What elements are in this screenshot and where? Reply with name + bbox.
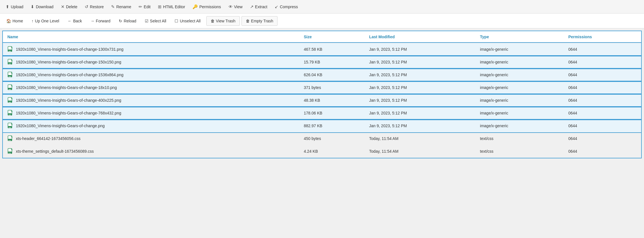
unselect-all-button[interactable]: ☐ Unselect All <box>171 16 204 26</box>
file-modified-cell: Today, 11:54 AM <box>365 132 475 145</box>
file-name: 1920x1080_Vimens-Insights-Gears-of-chang… <box>16 85 117 90</box>
file-name-cell[interactable]: IMG 1920x1080_Vimens-Insights-Gears-of-c… <box>3 69 299 81</box>
table-row[interactable]: IMG 1920x1080_Vimens-Insights-Gears-of-c… <box>3 69 641 81</box>
css-file-icon: CSS <box>7 135 14 142</box>
reload-icon: ↻ <box>119 19 122 23</box>
view-button[interactable]: 👁 View <box>225 3 246 11</box>
rename-icon: ✎ <box>111 4 115 9</box>
back-icon: ← <box>68 19 72 23</box>
up-one-level-button[interactable]: ↑ Up One Level <box>27 16 63 26</box>
compress-button[interactable]: ↙ Compress <box>271 3 301 11</box>
table-row[interactable]: IMG 1920x1080_Vimens-Insights-Gears-of-c… <box>3 56 641 69</box>
file-modified-cell: Jan 9, 2023, 5:12 PM <box>365 94 475 107</box>
file-permissions-cell: 0644 <box>564 69 641 81</box>
permissions-button[interactable]: 🔑 Permissions <box>189 3 224 11</box>
extract-label: Extract <box>255 5 268 9</box>
file-rows: IMG 1920x1080_Vimens-Insights-Gears-of-c… <box>3 43 641 158</box>
restore-icon: ↺ <box>85 4 88 9</box>
select-all-label: Select All <box>150 19 166 23</box>
file-modified-cell: Jan 9, 2023, 5:12 PM <box>365 56 475 69</box>
view-label: View <box>234 5 243 9</box>
file-size-cell: 467.58 KB <box>299 43 365 56</box>
file-modified-cell: Jan 9, 2023, 5:12 PM <box>365 107 475 120</box>
view-trash-button[interactable]: 🗑 View Trash <box>206 16 240 26</box>
table-row[interactable]: IMG 1920x1080_Vimens-Insights-Gears-of-c… <box>3 81 641 94</box>
file-name-cell[interactable]: IMG 1920x1080_Vimens-Insights-Gears-of-c… <box>3 56 299 69</box>
upload-button[interactable]: ⬆ Upload <box>2 3 27 11</box>
file-modified-cell: Jan 9, 2023, 5:12 PM <box>365 43 475 56</box>
upload-label: Upload <box>11 5 23 9</box>
home-icon: 🏠 <box>6 19 11 23</box>
file-name-cell[interactable]: IMG 1920x1080_Vimens-Insights-Gears-of-c… <box>3 94 299 107</box>
file-name-cell[interactable]: IMG 1920x1080_Vimens-Insights-Gears-of-c… <box>3 43 299 56</box>
table-row[interactable]: IMG 1920x1080_Vimens-Insights-Gears-of-c… <box>3 43 641 56</box>
view-trash-icon: 🗑 <box>211 19 215 23</box>
up-one-level-label: Up One Level <box>35 19 59 23</box>
select-all-icon: ☑ <box>145 19 149 23</box>
delete-button[interactable]: ✕ Delete <box>58 3 81 11</box>
file-permissions-cell: 0644 <box>564 94 641 107</box>
file-modified-cell: Jan 9, 2023, 5:12 PM <box>365 120 475 132</box>
file-type-cell: image/x-generic <box>475 107 564 120</box>
png-file-icon: IMG <box>7 59 14 65</box>
navbar: 🏠 Home ↑ Up One Level ← Back → Forward ↻… <box>0 14 644 28</box>
file-name: 1920x1080_Vimens-Insights-Gears-of-chang… <box>16 73 124 77</box>
file-size-cell: 48.38 KB <box>299 94 365 107</box>
file-modified-cell: Today, 11:54 AM <box>365 145 475 158</box>
table-row[interactable]: IMG 1920x1080_Vimens-Insights-Gears-of-c… <box>3 107 641 120</box>
rename-label: Rename <box>116 5 131 9</box>
rename-button[interactable]: ✎ Rename <box>108 3 135 11</box>
file-table-wrapper: Name Size Last Modified Type Permissions… <box>2 31 642 158</box>
file-name: xts-theme_settings_default-1673456089.cs… <box>16 149 94 154</box>
file-name-cell[interactable]: IMG 1920x1080_Vimens-Insights-Gears-of-c… <box>3 107 299 120</box>
file-name-cell[interactable]: IMG 1920x1080_Vimens-Insights-Gears-of-c… <box>3 120 299 132</box>
restore-button[interactable]: ↺ Restore <box>81 3 107 11</box>
file-table: Name Size Last Modified Type Permissions… <box>3 31 641 158</box>
edit-button[interactable]: ✏ Edit <box>135 3 154 11</box>
download-button[interactable]: ⬇ Download <box>27 3 57 11</box>
table-row[interactable]: IMG 1920x1080_Vimens-Insights-Gears-of-c… <box>3 120 641 132</box>
select-all-button[interactable]: ☑ Select All <box>141 16 170 26</box>
table-row[interactable]: CSS xts-header_664142-1673456056.css450 … <box>3 132 641 145</box>
empty-trash-button[interactable]: 🗑 Empty Trash <box>242 16 278 26</box>
download-label: Download <box>36 5 53 9</box>
file-permissions-cell: 0644 <box>564 145 641 158</box>
table-header: Name Size Last Modified Type Permissions <box>3 31 641 43</box>
compress-icon: ↙ <box>275 4 278 9</box>
upload-icon: ⬆ <box>6 4 9 9</box>
table-row[interactable]: CSS xts-theme_settings_default-167345608… <box>3 145 641 158</box>
png-file-icon: IMG <box>7 97 14 103</box>
column-header-last-modified[interactable]: Last Modified <box>365 31 475 43</box>
file-permissions-cell: 0644 <box>564 43 641 56</box>
back-label: Back <box>73 19 82 23</box>
download-icon: ⬇ <box>31 4 34 9</box>
delete-label: Delete <box>66 5 77 9</box>
extract-button[interactable]: ↗ Extract <box>247 3 271 11</box>
svg-text:IMG: IMG <box>9 76 11 78</box>
html-editor-label: HTML Editor <box>163 5 185 9</box>
delete-icon: ✕ <box>61 4 65 9</box>
back-button[interactable]: ← Back <box>64 16 86 26</box>
home-label: Home <box>12 19 23 23</box>
file-type-cell: image/x-generic <box>475 94 564 107</box>
home-button[interactable]: 🏠 Home <box>2 16 27 26</box>
file-name: 1920x1080_Vimens-Insights-Gears-of-chang… <box>16 60 121 64</box>
forward-button[interactable]: → Forward <box>86 16 114 26</box>
file-size-cell: 178.06 KB <box>299 107 365 120</box>
reload-button[interactable]: ↻ Reload <box>115 16 140 26</box>
png-file-icon: IMG <box>7 46 14 52</box>
column-header-type[interactable]: Type <box>475 31 564 43</box>
key-icon: 🔑 <box>192 4 198 9</box>
column-header-permissions[interactable]: Permissions <box>564 31 641 43</box>
column-header-name[interactable]: Name <box>3 31 299 43</box>
svg-text:IMG: IMG <box>9 127 11 129</box>
table-row[interactable]: IMG 1920x1080_Vimens-Insights-Gears-of-c… <box>3 94 641 107</box>
file-name-cell[interactable]: CSS xts-header_664142-1673456056.css <box>3 132 299 145</box>
file-name-cell[interactable]: CSS xts-theme_settings_default-167345608… <box>3 145 299 158</box>
compress-label: Compress <box>280 5 298 9</box>
html-editor-button[interactable]: ⊞ HTML Editor <box>154 3 188 11</box>
column-header-size[interactable]: Size <box>299 31 365 43</box>
unselect-all-icon: ☐ <box>175 19 178 23</box>
file-name-cell[interactable]: IMG 1920x1080_Vimens-Insights-Gears-of-c… <box>3 81 299 94</box>
eye-icon: 👁 <box>228 4 233 9</box>
